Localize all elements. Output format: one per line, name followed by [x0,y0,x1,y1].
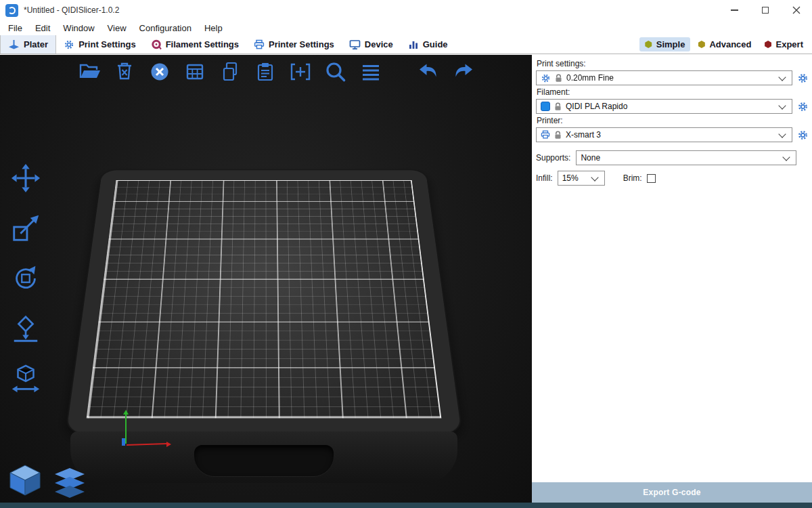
split-objects-button[interactable] [286,57,315,86]
printer-icon [541,130,550,140]
title-bar: *Untitled - QIDISlicer-1.0.2 [0,0,812,20]
preview-view-button[interactable] [53,468,86,499]
tab-label: Print Settings [78,39,136,49]
layers-stack-icon [53,468,86,499]
search-button[interactable] [321,57,350,86]
rotate-icon [10,263,41,294]
print-settings-value: 0.20mm Fine [566,73,775,83]
trash-delete-icon [112,60,137,84]
menu-configuration[interactable]: Configuration [137,23,194,33]
filament-gear-button[interactable] [796,100,809,113]
redo-icon [451,60,476,84]
copy-icon [218,60,242,84]
menu-help[interactable]: Help [202,23,225,33]
printer-label: Printer: [537,117,809,125]
layer-lines-icon [359,60,383,84]
main-area: Print settings: 0.20mm Fine [0,55,812,503]
settings-sidebar: Print settings: 0.20mm Fine [532,55,812,503]
menu-file[interactable]: File [6,23,24,33]
tab-printer-settings[interactable]: Printer Settings [246,35,342,54]
measure-size-icon [10,363,41,394]
y-axis [125,414,127,444]
mode-expert[interactable]: Expert [759,37,809,51]
undo-icon [415,60,441,84]
print-settings-gear-button[interactable] [796,72,809,85]
lock-icon [554,131,562,140]
arrange-button[interactable] [180,57,209,86]
3d-viewport[interactable] [0,55,532,503]
split-objects-icon [288,60,313,84]
infill-combo[interactable]: 15% [558,171,605,186]
import-file-button[interactable] [74,57,104,86]
axes-indicator [120,412,175,454]
redo-button[interactable] [449,57,478,86]
tab-guide[interactable]: Guide [401,35,455,54]
supports-label: Supports: [536,153,570,163]
gear-icon [797,129,809,141]
undo-button[interactable] [413,57,443,86]
infill-value: 15% [562,173,588,183]
export-gcode-button[interactable]: Export G-code [532,482,812,503]
scale-icon [10,213,41,244]
tab-filament-settings[interactable]: Filament Settings [143,35,246,54]
mode-selector: Simple Advanced Expert [639,35,812,54]
app-logo-icon [5,4,18,17]
tab-plater[interactable]: Plater [0,35,56,54]
tab-print-settings[interactable]: Print Settings [56,35,143,54]
minimize-button[interactable] [719,0,750,20]
menu-window[interactable]: Window [61,23,96,33]
chevron-down-icon [778,102,786,109]
editor-view-button[interactable] [6,461,44,499]
rotate-button[interactable] [6,259,45,297]
paste-button[interactable] [250,57,279,86]
variable-layer-height-button[interactable] [356,57,385,86]
tab-label: Filament Settings [166,39,239,49]
printer-settings-icon [254,39,265,50]
menu-view[interactable]: View [106,23,129,33]
device-icon [349,39,361,50]
paste-icon [253,60,277,84]
print-settings-combo[interactable]: 0.20mm Fine [536,70,792,85]
delete-button[interactable] [110,57,139,86]
chevron-down-icon [591,173,598,181]
mode-simple[interactable]: Simple [639,37,691,51]
lock-icon [555,74,562,83]
viewport-toolbar [74,57,478,86]
chevron-down-icon [782,153,790,161]
guide-icon [408,39,419,50]
measure-button[interactable] [6,360,45,398]
filament-combo[interactable]: QIDI PLA Rapido [536,99,792,114]
mode-label: Simple [656,39,685,49]
x-axis [127,443,167,446]
menu-bar: File Edit Window View Configuration Help [0,20,812,35]
chevron-down-icon [778,73,786,81]
menu-edit[interactable]: Edit [33,23,52,33]
bed-plate [66,170,461,433]
mode-advanced[interactable]: Advanced [692,37,757,51]
place-on-face-button[interactable] [6,310,45,347]
supports-value: None [581,153,780,163]
copy-button[interactable] [215,57,244,86]
brim-checkbox[interactable] [647,174,656,183]
tab-label: Printer Settings [269,39,334,49]
delete-all-button[interactable] [145,57,174,86]
scale-button[interactable] [6,209,45,247]
tab-label: Device [365,39,393,49]
close-button[interactable] [781,0,812,20]
printer-gear-button[interactable] [796,129,809,142]
move-button[interactable] [6,159,45,197]
printer-value: X-smart 3 [566,130,775,140]
print-bed [66,55,461,433]
print-settings-label: Print settings: [537,60,809,68]
printer-combo[interactable]: X-smart 3 [536,127,792,142]
simple-mode-icon [645,41,652,48]
manipulation-toolbar [6,159,45,398]
tab-device[interactable]: Device [342,35,401,54]
maximize-button[interactable] [750,0,781,20]
plater-icon [8,39,20,50]
qidislicer-window: *Untitled - QIDISlicer-1.0.2 File Edit W… [0,0,812,508]
z-axis [122,438,125,446]
brim-label: Brim: [623,173,642,183]
bottom-bar [0,503,812,508]
supports-combo[interactable]: None [576,150,796,165]
